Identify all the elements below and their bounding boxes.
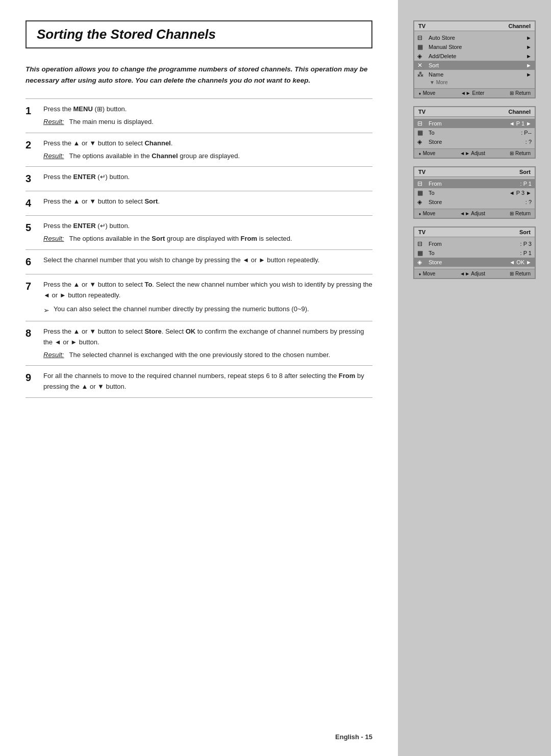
tv-footer: ⬧ Move◄► Adjust⊞ Return <box>414 148 535 158</box>
tv-row-label: To <box>429 130 521 136</box>
tv-row-value: : P 3 <box>520 241 532 247</box>
step-content: Press the ▲ or ▼ button to select Store.… <box>41 321 372 365</box>
tv-footer: ⬧ Move◄► Enter⊞ Return <box>414 88 535 97</box>
step-number: 4 <box>26 191 41 216</box>
tv-menu-row: ◈Store: ? <box>414 197 535 207</box>
tv-row-icon: ▦ <box>417 189 429 196</box>
step-text: Press the ▲ or ▼ button to select Sort. <box>43 196 372 207</box>
step-number: 7 <box>26 274 41 321</box>
tv-row-arrow: ► <box>526 62 532 68</box>
tv-label: TV <box>418 229 425 235</box>
tv-row-value: ◄ P 1 ► <box>509 120 532 127</box>
result-label: Result: <box>43 151 64 162</box>
tv-row-icon: ◈ <box>417 138 429 145</box>
result-label: Result: <box>43 117 64 128</box>
tv-footer-item: ◄► Adjust <box>460 271 485 276</box>
tv-row-value: ◄ P 3 ► <box>509 190 532 196</box>
table-row: 8Press the ▲ or ▼ button to select Store… <box>26 321 372 365</box>
tv-header: TVSort <box>414 167 535 177</box>
table-row: 2Press the ▲ or ▼ button to select Chann… <box>26 133 372 167</box>
tv-row-value: : ? <box>525 139 532 145</box>
table-row: 4Press the ▲ or ▼ button to select Sort. <box>26 191 372 216</box>
tv-row-label: To <box>429 190 509 196</box>
tv-row-value: : P 1 <box>520 250 532 256</box>
table-row: 9For all the channels to move to the req… <box>26 366 372 398</box>
table-row: 3Press the ENTER (↵) button. <box>26 167 372 191</box>
tv-row-icon: ⊟ <box>417 120 429 127</box>
tv-screen: TVSort⊟From: P 3▦To: P 1◈Store◄ OK ►⬧ Mo… <box>413 226 536 279</box>
table-row: 1Press the MENU (⊞) button.Result:The ma… <box>26 99 372 133</box>
steps-table: 1Press the MENU (⊞) button.Result:The ma… <box>26 98 372 398</box>
tv-row-icon: ▦ <box>417 43 429 51</box>
tv-row-value: : ? <box>525 199 532 205</box>
tv-menu-row: ◈Store◄ OK ► <box>414 258 535 267</box>
step-content: Press the MENU (⊞) button.Result:The mai… <box>41 99 372 133</box>
result-text: The options available in the Channel gro… <box>69 151 240 162</box>
tv-body: ⊟From: P 3▦To: P 1◈Store◄ OK ► <box>414 237 535 269</box>
tv-row-label: From <box>429 241 520 247</box>
tv-header: TVSort <box>414 228 535 237</box>
tv-header-right: Channel <box>509 23 531 29</box>
table-row: 7Press the ▲ or ▼ button to select To. S… <box>26 274 372 321</box>
tv-row-value: : P 1 <box>520 181 532 187</box>
tv-screen: TVChannel⊟From◄ P 1 ►▦To: P--◈Store: ?⬧ … <box>413 106 536 159</box>
step-number: 5 <box>26 216 41 250</box>
tv-menu-row: ⁂Name► <box>414 70 535 79</box>
step-content: Press the ▲ or ▼ button to select To. Se… <box>41 274 372 321</box>
tv-header-right: Channel <box>509 109 531 115</box>
tv-footer-item: ⊞ Return <box>510 150 531 156</box>
tv-row-icon: ◈ <box>417 198 429 206</box>
step-text: Press the ▲ or ▼ button to select To. Se… <box>43 280 372 301</box>
tv-row-arrow: ► <box>526 53 532 59</box>
tv-footer-item: ⊞ Return <box>510 211 531 216</box>
tv-row-label: From <box>429 181 520 187</box>
tv-label: TV <box>418 23 425 29</box>
step-text: Select the channel number that you wish … <box>43 255 372 266</box>
step-text: Press the ▲ or ▼ button to select Store.… <box>43 326 372 348</box>
result-row: Result:The options available in the Sort… <box>43 234 372 244</box>
step-number: 3 <box>26 167 41 191</box>
tv-menu-row: ▦To: P-- <box>414 128 535 137</box>
step-text: Press the ENTER (↵) button. <box>43 172 372 183</box>
tv-footer-item: ⬧ Move <box>418 150 435 156</box>
tv-row-arrow: ► <box>526 35 532 41</box>
tv-row-label: Auto Store <box>429 35 526 41</box>
tv-header: TVChannel <box>414 107 535 117</box>
intro-paragraph: This operation allows you to change the … <box>26 64 372 86</box>
tv-row-label: Store <box>429 199 525 205</box>
result-text: The options available in the Sort group … <box>69 234 292 244</box>
tv-row-value: : P-- <box>521 130 532 136</box>
tv-row-icon: ⁂ <box>417 71 429 78</box>
tv-label: TV <box>418 109 425 115</box>
tv-row-icon: ⊟ <box>417 34 429 41</box>
tv-footer-item: ⊞ Return <box>510 90 531 96</box>
result-row: Result:The options available in the Chan… <box>43 151 372 162</box>
tv-row-icon: ◈ <box>417 53 429 60</box>
tv-footer-item: ⬧ Move <box>418 271 435 276</box>
tv-label: TV <box>418 169 425 175</box>
step-number: 2 <box>26 133 41 167</box>
step-content: Press the ▲ or ▼ button to select Channe… <box>41 133 372 167</box>
tv-menu-row: ◈Store: ? <box>414 137 535 146</box>
step-content: Select the channel number that you wish … <box>41 249 372 274</box>
tv-row-icon: ▦ <box>417 129 429 136</box>
tv-row-icon: ⊟ <box>417 180 429 187</box>
tv-row-label: Sort <box>429 62 526 68</box>
tv-body: ⊟From: P 1▦To◄ P 3 ►◈Store: ? <box>414 177 535 209</box>
tv-screen: TVChannel⊟Auto Store►▦Manual Store►◈Add/… <box>413 20 536 98</box>
tv-footer-item: ⊞ Return <box>510 271 531 276</box>
tv-header: TVChannel <box>414 21 535 31</box>
result-label: Result: <box>43 350 64 361</box>
tv-row-arrow: ► <box>526 71 532 78</box>
tv-row-arrow: ► <box>526 44 532 50</box>
tv-row-icon: ⊟ <box>417 240 429 247</box>
main-content: Sorting the Stored Channels This operati… <box>0 0 398 756</box>
tv-footer-item: ◄► Adjust <box>460 211 485 216</box>
tv-menu-row: ▦To: P 1 <box>414 248 535 258</box>
tv-screen: TVSort⊟From: P 1▦To◄ P 3 ►◈Store: ?⬧ Mov… <box>413 166 536 219</box>
tv-row-icon: ▦ <box>417 249 429 257</box>
tip-arrow-icon: ➢ <box>43 305 49 316</box>
tv-row-value: ◄ OK ► <box>509 259 532 265</box>
tv-footer: ⬧ Move◄► Adjust⊞ Return <box>414 209 535 218</box>
result-text: The main menu is displayed. <box>69 117 153 128</box>
